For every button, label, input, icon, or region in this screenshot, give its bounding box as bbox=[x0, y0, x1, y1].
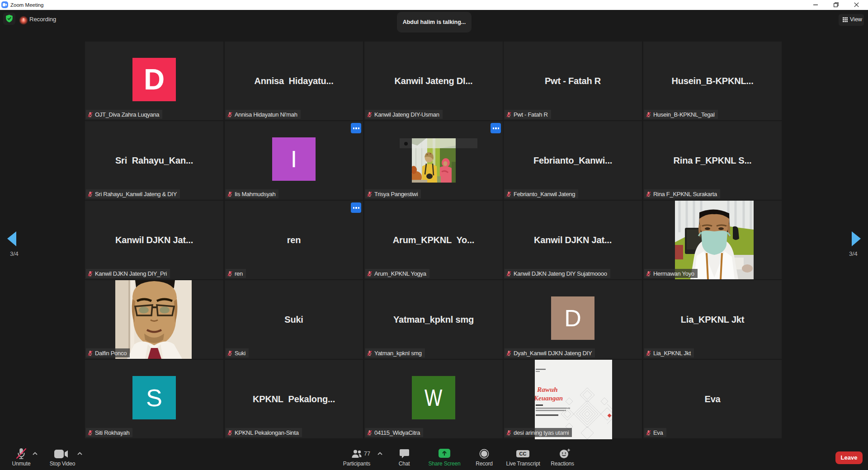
svg-text:Keuangan: Keuangan bbox=[535, 395, 563, 402]
svg-text:Rawuh: Rawuh bbox=[537, 385, 558, 393]
